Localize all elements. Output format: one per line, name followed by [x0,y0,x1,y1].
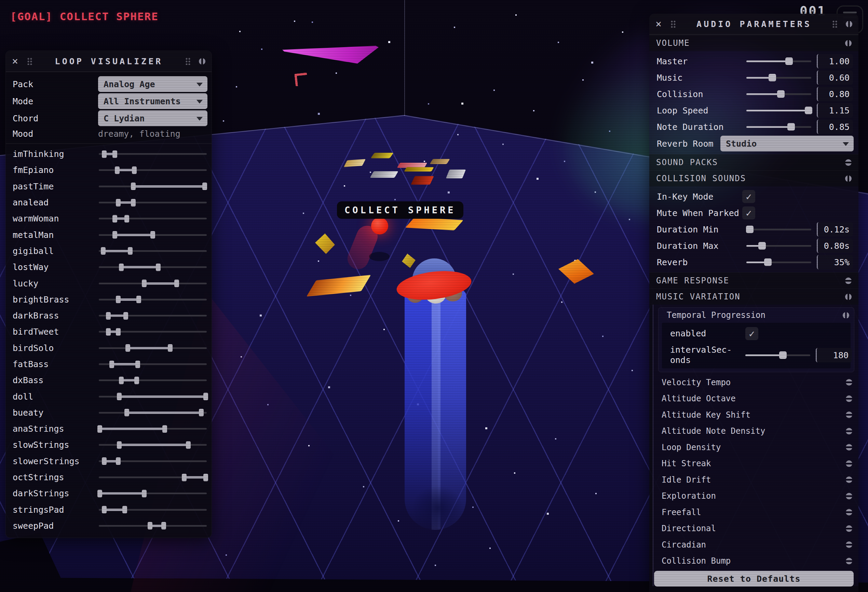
variation-item[interactable]: Altitude Key Shift [653,407,858,423]
expand-icon[interactable] [846,542,852,548]
slider-handle-low[interactable] [112,215,117,223]
slider-handle-high[interactable] [112,151,117,158]
section-collision-sounds[interactable]: COLLISION SOUNDS [649,170,858,186]
param-slider[interactable] [746,258,811,266]
checkbox[interactable]: ✓ [745,327,758,340]
value-field[interactable]: 35% [817,255,853,269]
range-slider[interactable] [99,295,207,304]
expand-icon[interactable] [846,509,852,515]
slider-handle-high[interactable] [123,506,127,514]
slider-handle-low[interactable] [117,393,122,400]
slider-handle-high[interactable] [124,215,129,223]
slider-handle-low[interactable] [124,409,129,416]
section-music-variation[interactable]: MUSIC VARIATION [649,288,858,304]
slider-handle-low[interactable] [109,360,114,368]
slider-handle-high[interactable] [151,231,155,239]
expand-icon[interactable] [846,379,852,385]
range-slider[interactable] [99,263,207,272]
section-sound-packs[interactable]: SOUND PACKS [649,154,858,170]
drag-handle-icon[interactable] [670,20,676,28]
slider-handle-high[interactable] [134,376,139,384]
slider-handle-high[interactable] [162,425,167,433]
slider-handle-low[interactable] [125,344,130,352]
slider-handle-high[interactable] [156,264,161,271]
mode-dropdown[interactable]: All Instruments [98,93,207,109]
expand-icon[interactable] [846,493,852,499]
range-slider[interactable] [99,505,207,514]
range-slider[interactable] [99,409,207,417]
slider-handle-high[interactable] [123,312,128,320]
variation-item[interactable]: Altitude Note Density [653,423,858,440]
reverb-room-dropdown[interactable]: Studio [720,136,854,151]
drag-handle-icon[interactable] [27,58,32,65]
expand-icon[interactable] [846,526,852,532]
slider-handle-low[interactable] [97,425,102,433]
value-field[interactable]: 0.60 [817,71,853,85]
range-slider[interactable] [99,344,207,352]
slider-handle-high[interactable] [128,247,133,255]
value-field[interactable]: 0.85 [817,120,853,134]
slider-handle-high[interactable] [131,199,136,207]
range-slider[interactable] [99,199,207,207]
value-field[interactable]: 1.00 [817,54,853,68]
range-slider[interactable] [99,425,207,433]
slider-handle-low[interactable] [142,280,147,287]
slider-handle[interactable] [746,226,753,233]
param-slider[interactable] [746,74,811,82]
range-slider[interactable] [99,457,207,465]
range-slider[interactable] [99,279,207,288]
section-game-response[interactable]: GAME RESPONSE [649,272,858,288]
param-slider[interactable] [746,57,811,65]
slider-handle-low[interactable] [106,328,111,336]
slider-handle-low[interactable] [97,490,102,498]
slider-handle[interactable] [805,107,812,114]
range-slider[interactable] [99,393,207,401]
reset-to-defaults-button[interactable]: Reset to Defaults [654,571,854,586]
param-slider[interactable] [746,123,811,131]
variation-item[interactable]: Hit Streak [653,456,858,472]
slider-handle-high[interactable] [186,441,191,449]
range-slider[interactable] [99,312,207,320]
slider-handle-low[interactable] [102,506,106,514]
range-slider[interactable] [99,182,207,190]
param-slider[interactable] [746,106,811,115]
expand-icon[interactable] [846,412,852,418]
range-slider[interactable] [99,150,207,158]
expand-icon[interactable] [846,461,852,467]
param-slider[interactable] [745,351,810,359]
collapse-icon[interactable] [199,58,205,65]
param-slider[interactable] [746,242,811,250]
range-slider[interactable] [99,376,207,385]
close-icon[interactable]: × [12,56,24,66]
drag-handle-icon[interactable] [185,58,191,65]
slider-handle[interactable] [787,123,795,131]
expand-icon[interactable] [846,428,852,434]
drag-handle-icon[interactable] [832,20,838,28]
variation-item[interactable]: Loop Density [653,439,858,456]
checkbox[interactable]: ✓ [742,190,755,203]
value-field[interactable]: 1.15 [817,103,853,118]
variation-item[interactable]: Exploration [653,488,858,505]
range-slider[interactable] [99,215,207,223]
range-slider[interactable] [99,489,207,498]
range-slider[interactable] [99,231,207,239]
slider-handle-high[interactable] [203,393,208,400]
slider-handle-low[interactable] [102,151,106,158]
chord-dropdown[interactable]: C Lydian [98,111,207,126]
slider-handle-high[interactable] [116,328,121,336]
expand-icon[interactable] [846,444,852,450]
value-field[interactable]: 0.80 [817,87,853,101]
slider-handle-high[interactable] [136,296,141,303]
slider-handle-low[interactable] [119,264,124,271]
slider-handle-low[interactable] [116,199,121,207]
collapse-icon[interactable] [845,40,852,46]
slider-handle-low[interactable] [116,296,121,303]
param-slider[interactable] [746,90,811,98]
slider-handle[interactable] [777,90,785,98]
slider-handle-high[interactable] [132,167,137,174]
value-field[interactable]: 0.12s [817,222,853,236]
param-slider[interactable] [746,225,811,233]
expand-icon[interactable] [845,159,852,166]
slider-handle-low[interactable] [117,441,122,449]
slider-handle-high[interactable] [168,344,173,352]
